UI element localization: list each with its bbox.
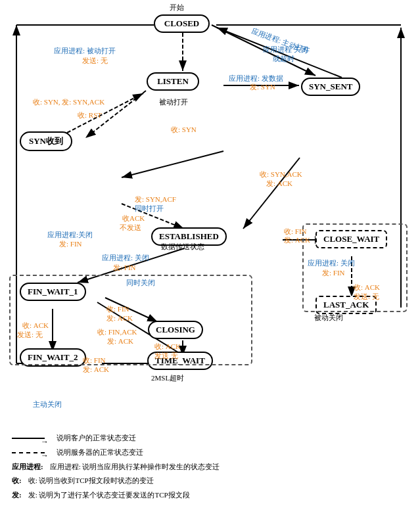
legend-send-text: 发: 说明为了进行某个状态变迁要发送的TCP报文段 xyxy=(28,489,190,502)
legend-send: 发: 发: 说明为了进行某个状态变迁要发送的TCP报文段 xyxy=(12,489,408,502)
label-send-ack-closing: 发: ACK xyxy=(106,313,133,323)
label-send-fin-closewait: 发: FIN xyxy=(322,268,345,278)
label-send-synacf: 发: SYN,ACF xyxy=(135,195,176,204)
label-send-fin-established: 发: FIN xyxy=(113,263,136,273)
label-recv-finack-fw1: 收: FIN,ACK xyxy=(97,327,137,337)
state-syn-sent: SYN_SENT xyxy=(301,78,360,96)
label-recv-ack-lastack: 收: ACK xyxy=(354,283,380,292)
label-recv-fin-fw2: 收: FIN xyxy=(83,356,106,365)
label-main-close: 主动关闭 xyxy=(33,400,62,409)
label-not-send: 不发送 xyxy=(120,223,141,233)
label-app-close1: 应用进程:关闭 xyxy=(47,230,93,240)
tcp-diagram: CLOSED LISTEN SYN_SENT SYN收到 ESTABLISHED… xyxy=(0,0,420,434)
svg-line-8 xyxy=(243,158,300,229)
label-recv-ack-closing: 收: ACK xyxy=(154,342,181,352)
label-send-ack-fw1-tw: 发: ACK xyxy=(107,336,133,346)
legend-dashed-text: 说明服务器的正常状态变迁 xyxy=(57,446,143,459)
legend-app: 应用进程: 应用进程: 说明当应用执行某种操作时发生的状态变迁 xyxy=(12,461,408,474)
label-send-none1: 发送: 无 xyxy=(82,56,108,66)
label-send-none-closing: 发送 无 xyxy=(154,351,178,361)
label-app-close-syn: 应用进程 关闭 xyxy=(263,45,308,55)
label-start: 开始 xyxy=(170,3,184,12)
legend-dashed: → 说明服务器的正常状态变迁 xyxy=(12,446,408,459)
label-send-fin1: 发: FIN xyxy=(59,239,82,249)
label-send-ack-fw2: 发: ACK xyxy=(83,365,109,375)
label-app-close-closewait: 应用进程: 关闭 xyxy=(308,258,355,268)
label-recv-ack-fw1: 收: ACK xyxy=(22,321,49,331)
label-app-close-established: 应用进程: 关闭 xyxy=(102,253,149,263)
label-simultaneous-open: 同时打开 xyxy=(135,204,164,214)
legend: → 说明客户的正常状态变迁 → 说明服务器的正常状态变迁 应用进程: 应用进程:… xyxy=(0,429,420,506)
label-recv-ack-synrcvd: 收ACK xyxy=(122,214,145,223)
svg-line-6 xyxy=(122,151,223,177)
legend-solid-text: 说明客户的正常状态变迁 xyxy=(57,432,136,445)
state-listen: LISTEN xyxy=(147,72,199,91)
label-recv-syn: 收: SYN xyxy=(171,125,197,135)
label-simultaneous-close: 同时关闭 xyxy=(126,278,155,288)
legend-app-text: 应用进程: 说明当应用执行某种操作时发生的状态变迁 xyxy=(50,461,220,474)
legend-solid: → 说明客户的正常状态变迁 xyxy=(12,432,408,445)
state-closed: CLOSED xyxy=(154,14,210,33)
label-recv-fin-fw1-closing: 收: FIN xyxy=(106,304,129,314)
label-send-ack-listen: 发: ACK xyxy=(266,179,292,189)
label-recv-synack: 收: SYN,ACK xyxy=(260,170,302,179)
state-syn-rcvd: SYN收到 xyxy=(20,131,72,151)
label-passive-close: 被动关闭 xyxy=(314,313,343,323)
legend-send-label: 发: xyxy=(12,489,22,502)
label-recv-syn-synack: 收: SYN, 发: SYN,ACK xyxy=(33,97,105,107)
label-recv-rst: 收: RST xyxy=(78,110,102,120)
legend-app-label: 应用进程: xyxy=(12,461,43,474)
label-send-syn2: 发: SYN xyxy=(250,82,275,92)
legend-recv-text: 收: 说明当收到TCP报文段时状态的变迁 xyxy=(28,474,154,488)
label-send-none-lastack: 发送: 无 xyxy=(354,292,379,302)
label-passive-open: 应用进程: 被动打开 xyxy=(54,46,116,56)
label-send-ack-established: 发: ACK xyxy=(284,235,310,245)
label-time-wait-2msl: 2MSL超时 xyxy=(151,373,184,383)
label-data-transfer: 数据传送状态 xyxy=(161,242,204,252)
label-or-timeout: 或超时 xyxy=(273,54,294,64)
legend-recv: 收: 收: 说明当收到TCP报文段时状态的变迁 xyxy=(12,474,408,488)
label-send-none-fw1: 发送: 无 xyxy=(17,330,43,340)
arrows-svg xyxy=(0,0,420,434)
legend-recv-label: 收: xyxy=(12,474,22,488)
label-passive-open2: 被动打开 xyxy=(159,97,188,107)
